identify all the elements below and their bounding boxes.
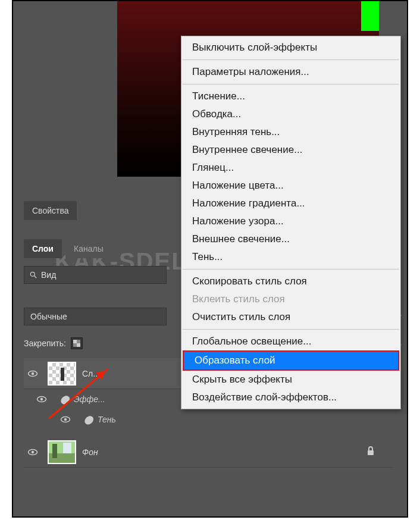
- svg-point-10: [64, 418, 67, 421]
- menu-paste-style: Вклеить стиль слоя: [181, 290, 400, 308]
- search-icon: [29, 271, 37, 279]
- kind-label: Вид: [41, 270, 56, 280]
- menu-satin[interactable]: Глянец...: [181, 159, 400, 177]
- blend-mode-value: Обычные: [30, 312, 67, 321]
- tab-layers[interactable]: Слои: [24, 239, 62, 258]
- effect-name: Тень: [98, 415, 116, 424]
- visibility-toggle[interactable]: [24, 368, 42, 379]
- svg-rect-13: [368, 450, 374, 455]
- layer-row-background[interactable]: Фон: [24, 437, 393, 468]
- menu-separator: [183, 59, 399, 60]
- lock-transparency-icon[interactable]: [71, 337, 83, 349]
- visibility-toggle[interactable]: [24, 447, 42, 458]
- eye-icon: [27, 368, 38, 379]
- lock-icon[interactable]: [366, 446, 375, 458]
- menu-separator: [183, 84, 399, 84]
- menu-disable-effects[interactable]: Выключить слой-эффекты: [181, 39, 400, 57]
- menu-clear-style[interactable]: Очистить стиль слоя: [181, 308, 400, 326]
- menu-hide-all-effects[interactable]: Скрыть все эффекты: [181, 371, 400, 389]
- eye-icon: [60, 414, 71, 425]
- eye-icon: [36, 394, 47, 405]
- svg-line-1: [35, 276, 37, 278]
- menu-stroke[interactable]: Обводка...: [181, 105, 400, 123]
- svg-point-6: [32, 372, 35, 375]
- menu-color-overlay[interactable]: Наложение цвета...: [181, 177, 400, 195]
- menu-separator: [183, 329, 399, 330]
- menu-separator: [183, 269, 399, 270]
- svg-point-12: [32, 450, 35, 453]
- menu-copy-style[interactable]: Скопировать стиль слоя: [181, 272, 400, 290]
- visibility-toggle[interactable]: [24, 394, 59, 405]
- blend-mode-select[interactable]: Обычные: [24, 308, 167, 325]
- svg-point-8: [40, 398, 43, 401]
- lock-controls: Закрепить:: [24, 337, 83, 349]
- layer-effect-shadow[interactable]: ⬤ Тень: [24, 409, 393, 430]
- menu-drop-shadow[interactable]: Тень...: [181, 248, 400, 266]
- layer-kind-filter[interactable]: Вид: [24, 266, 167, 284]
- fx-icon: ⬤: [83, 415, 94, 424]
- tab-properties[interactable]: Свойства: [24, 201, 77, 220]
- menu-bevel[interactable]: Тиснение...: [181, 87, 400, 105]
- effects-label: Эффе...: [74, 394, 105, 404]
- menu-inner-shadow[interactable]: Внутренняя тень...: [181, 123, 400, 141]
- canvas-green-bar: [361, 1, 379, 31]
- menu-gradient-overlay[interactable]: Наложение градиента...: [181, 195, 400, 212]
- lock-label: Закрепить:: [24, 339, 66, 348]
- layer-name[interactable]: Фон: [82, 447, 98, 457]
- svg-rect-3: [73, 340, 77, 343]
- menu-create-layer[interactable]: Образовать слой: [183, 350, 399, 371]
- menu-global-light[interactable]: Глобальное освещение...: [181, 333, 400, 350]
- layer-style-context-menu: Выключить слой-эффекты Параметры наложен…: [181, 36, 401, 409]
- app-frame: KAK-SDELAT.ORG Свойства Слои Каналы Вид …: [12, 0, 408, 518]
- menu-inner-glow[interactable]: Внутреннее свечение...: [181, 141, 400, 159]
- menu-outer-glow[interactable]: Внешнее свечение...: [181, 230, 400, 248]
- svg-rect-4: [77, 343, 80, 347]
- layer-thumbnail[interactable]: [48, 362, 76, 386]
- tab-channels[interactable]: Каналы: [65, 239, 112, 258]
- eye-icon: [27, 447, 38, 458]
- menu-blending-options[interactable]: Параметры наложения...: [181, 63, 400, 81]
- svg-point-0: [30, 272, 35, 276]
- layer-thumbnail[interactable]: [48, 440, 76, 464]
- menu-pattern-overlay[interactable]: Наложение узора...: [181, 212, 400, 230]
- menu-scale-effects[interactable]: Воздействие слой-эффектов...: [181, 389, 400, 406]
